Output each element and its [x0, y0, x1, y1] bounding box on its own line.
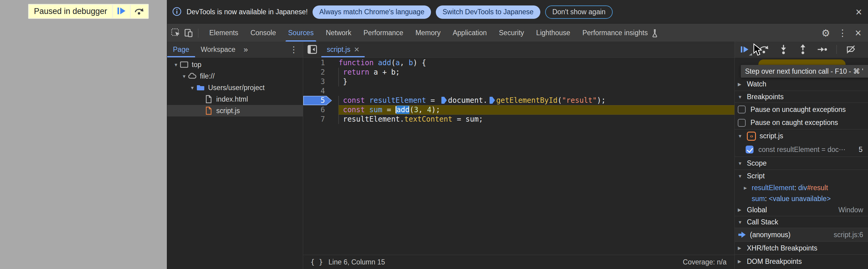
sources-navigator: Page Workspace » ⋮ ▼top▼file://▼Users/us…	[167, 42, 303, 269]
tab-elements[interactable]: Elements	[203, 24, 244, 42]
tree-item-file-[interactable]: ▼file://	[167, 70, 303, 82]
infobar-close-icon[interactable]: ×	[856, 7, 862, 18]
breakpoints-section-header[interactable]: ▼ Breakpoints	[735, 91, 868, 103]
tab-sources[interactable]: Sources	[282, 24, 319, 42]
step-button[interactable]	[817, 44, 828, 55]
resume-script-execution-button[interactable]	[740, 44, 750, 55]
chevron-down-icon[interactable]: ▼	[181, 74, 188, 79]
navigator-menu-icon[interactable]: ⋮	[285, 42, 303, 57]
continue-to-here-icon[interactable]	[489, 97, 495, 104]
chevron-right-icon: ▶	[744, 186, 752, 190]
tab-application[interactable]: Application	[447, 24, 493, 42]
code-editor[interactable]: 1function add(a, b) {2 return a + b;3 }4…	[303, 58, 735, 255]
tab-lighthouse[interactable]: Lighthouse	[530, 24, 576, 42]
flask-icon	[651, 29, 659, 37]
dom-breakpoints-header[interactable]: ▶ DOM Breakpoints	[735, 255, 868, 268]
open-file-tab[interactable]: script.js ×	[321, 42, 365, 57]
chevron-down-icon: ▼	[738, 133, 747, 139]
always-match-language-button[interactable]: Always match Chrome's language	[313, 5, 431, 19]
line-number[interactable]: 3	[303, 77, 339, 86]
step-into-button[interactable]	[778, 44, 789, 55]
scope-var-sum[interactable]: sum: <value unavailable>	[735, 193, 868, 204]
devtools-window: DevTools is now available in Japanese! A…	[167, 0, 868, 269]
code-line-1[interactable]: 1function add(a, b) {	[303, 58, 735, 68]
tree-item-script.js[interactable]: script.js	[167, 105, 303, 116]
pause-caught-checkbox[interactable]	[738, 119, 746, 127]
line-number[interactable]: 2	[303, 68, 339, 77]
code-line-6[interactable]: 6 const sum = add(3, 4);	[303, 105, 735, 115]
tab-network[interactable]: Network	[320, 24, 358, 42]
main-toolbar: ElementsConsoleSourcesNetworkPerformance…	[167, 24, 868, 42]
scope-section-header[interactable]: ▼ Scope	[735, 157, 868, 170]
step-out-button[interactable]	[798, 44, 808, 55]
switch-to-japanese-button[interactable]: Switch DevTools to Japanese	[436, 5, 540, 19]
breakpoint-file-group[interactable]: ▼ ‹› script.js	[735, 130, 868, 142]
resume-script-button[interactable]	[113, 5, 130, 18]
code-line-5[interactable]: 5 const resultElement = document.getElem…	[303, 96, 735, 105]
step-over-banner-button[interactable]	[131, 5, 148, 18]
tree-item-label: Users/user/project	[208, 84, 265, 92]
toggle-device-toolbar-icon[interactable]	[184, 28, 194, 38]
continue-to-here-icon[interactable]	[441, 97, 447, 104]
settings-gear-icon[interactable]: ⚙	[822, 27, 830, 39]
scope-script-group[interactable]: ▼ Script	[735, 170, 868, 182]
dont-show-again-button[interactable]: Don't show again	[545, 5, 613, 19]
tree-item-label: script.js	[216, 107, 240, 115]
file-tab-close-icon[interactable]: ×	[354, 45, 360, 54]
pause-uncaught-checkbox[interactable]	[738, 106, 746, 113]
frame-location: script.js:6	[834, 231, 863, 239]
chevron-down-icon[interactable]: ▼	[189, 85, 196, 90]
more-options-icon[interactable]: ⋮	[838, 28, 847, 38]
tree-item-top[interactable]: ▼top	[167, 59, 303, 70]
line-number[interactable]: 1	[303, 58, 339, 68]
tab-performance-insights[interactable]: Performance insights	[576, 24, 665, 42]
navigator-tab-workspace[interactable]: Workspace	[195, 42, 241, 57]
navigator-tab-page[interactable]: Page	[167, 42, 195, 57]
tree-item-users-user-project[interactable]: ▼Users/user/project	[167, 82, 303, 93]
panel-tabs: ElementsConsoleSourcesNetworkPerformance…	[203, 24, 665, 42]
breakpoint-line-number: 5	[859, 145, 863, 154]
resume-dropdown-caret[interactable]	[749, 53, 752, 55]
pretty-print-icon[interactable]: { }	[310, 258, 323, 266]
inspect-element-icon[interactable]	[171, 28, 181, 38]
scope-global-group[interactable]: ▶ Global Window	[735, 204, 868, 216]
resume-icon	[117, 7, 126, 17]
scope-var-resultElement[interactable]: ▶ resultElement: div#result	[735, 182, 868, 193]
chevron-right-icon: ▶	[738, 207, 747, 213]
breakpoint-arrow-icon	[303, 96, 332, 105]
tree-item-index.html[interactable]: index.html	[167, 93, 303, 105]
tab-security[interactable]: Security	[493, 24, 530, 42]
code-line-2[interactable]: 2 return a + b;	[303, 68, 735, 77]
code-line-7[interactable]: 7 resultElement.textContent = sum;	[303, 115, 735, 124]
chevron-down-icon: ▼	[738, 220, 747, 225]
breakpoint-entry[interactable]: const resultElement = doc⋯ 5	[735, 142, 868, 157]
infobar-message: DevTools is now available in Japanese!	[187, 8, 308, 16]
line-number[interactable]: 6	[303, 105, 339, 115]
line-number[interactable]: 7	[303, 115, 339, 124]
line-number[interactable]: 4	[303, 86, 339, 96]
tab-memory[interactable]: Memory	[409, 24, 447, 42]
code-line-3[interactable]: 3 }	[303, 77, 735, 86]
code-text: function add(a, b) {	[339, 58, 735, 68]
tab-console[interactable]: Console	[244, 24, 282, 42]
callstack-frame[interactable]: (anonymous) script.js:6	[735, 228, 868, 242]
chevron-down-icon: ▼	[738, 161, 747, 166]
paused-banner-label: Paused in debugger	[29, 5, 112, 18]
toggle-navigator-icon[interactable]	[303, 42, 321, 57]
xhr-breakpoints-header[interactable]: ▶ XHR/fetch Breakpoints	[735, 242, 868, 255]
deactivate-breakpoints-button[interactable]	[846, 44, 856, 55]
callstack-section-header[interactable]: ▼ Call Stack	[735, 216, 868, 228]
devtools-close-icon[interactable]: ×	[855, 28, 861, 38]
breakpoint-checkbox[interactable]	[746, 145, 753, 154]
navigator-header: Page Workspace » ⋮	[167, 42, 303, 58]
chevron-down-icon[interactable]: ▼	[172, 62, 180, 67]
execution-line-marker[interactable]: 5	[303, 96, 339, 105]
code-line-4[interactable]: 4	[303, 86, 735, 96]
javascript-file-icon: ‹›	[747, 132, 756, 141]
watch-section-header[interactable]: ▶ Watch	[735, 78, 868, 91]
infobar: DevTools is now available in Japanese! A…	[167, 0, 868, 24]
more-tabs-icon[interactable]: »	[241, 42, 250, 57]
code-text: return a + b;	[339, 68, 735, 77]
info-icon	[172, 7, 182, 18]
tab-performance[interactable]: Performance	[358, 24, 409, 42]
